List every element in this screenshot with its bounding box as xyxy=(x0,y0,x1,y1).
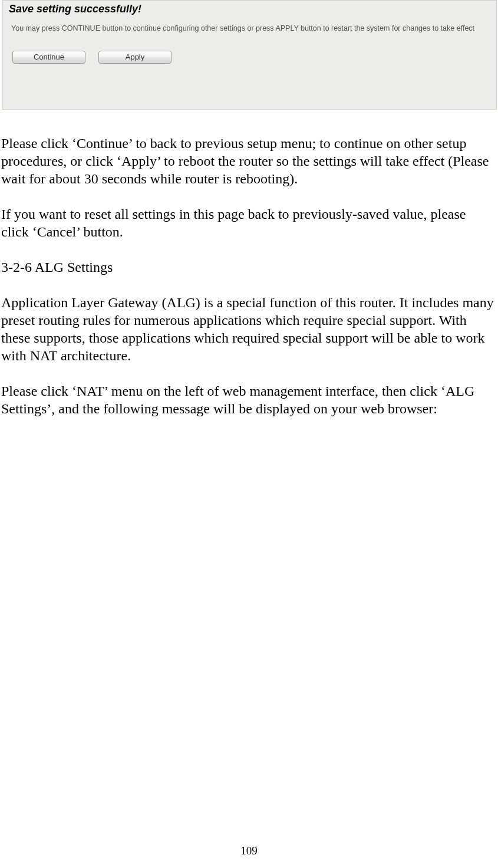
continue-button[interactable]: Continue xyxy=(12,51,85,64)
paragraph-alg-instructions: Please click ‘NAT’ menu on the left of w… xyxy=(1,382,497,417)
save-settings-dialog: Save setting successfully! You may press… xyxy=(2,0,497,110)
document-body: Please click ‘Continue’ to back to previ… xyxy=(0,110,498,417)
section-heading-alg: 3-2-6 ALG Settings xyxy=(1,258,497,276)
paragraph-cancel: If you want to reset all settings in thi… xyxy=(1,205,497,241)
paragraph-alg-description: Application Layer Gateway (ALG) is a spe… xyxy=(1,294,497,364)
apply-button[interactable]: Apply xyxy=(98,51,172,64)
paragraph-continue-apply: Please click ‘Continue’ to back to previ… xyxy=(1,134,497,188)
dialog-button-row: Continue Apply xyxy=(3,34,496,64)
page-number: 109 xyxy=(0,844,498,857)
dialog-title: Save setting successfully! xyxy=(3,1,496,24)
dialog-message: You may press CONTINUE button to continu… xyxy=(3,24,496,34)
